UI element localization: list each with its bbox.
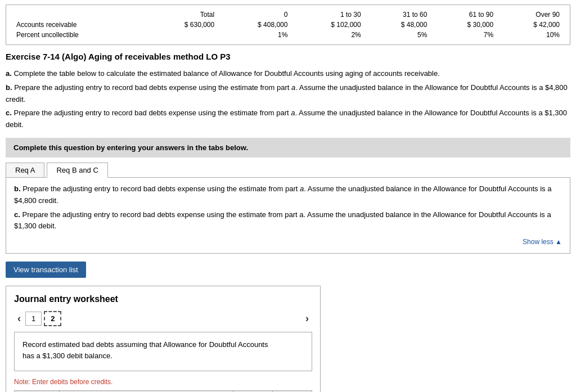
row-pct-col0: 1% bbox=[219, 30, 292, 40]
tabs-section: Req A Req B and C bbox=[6, 162, 570, 178]
instruction-c: c. Prepare the adjusting entry to record… bbox=[6, 107, 570, 131]
row-pct-total bbox=[146, 30, 219, 40]
text-b: Prepare the adjusting entry to record ba… bbox=[6, 83, 568, 103]
complete-question-box: Complete this question by entering your … bbox=[6, 138, 570, 157]
row-ar-over90: $ 42,000 bbox=[498, 20, 564, 30]
label-b: b. bbox=[6, 83, 12, 92]
view-transaction-button[interactable]: View transaction list bbox=[6, 262, 86, 278]
top-table-section: Total 0 1 to 30 31 to 60 61 to 90 Over 9… bbox=[6, 4, 570, 45]
journal-title: Journal entry worksheet bbox=[14, 294, 312, 304]
tab-req-bc[interactable]: Req B and C bbox=[47, 163, 107, 178]
table-row: Accounts receivable $ 630,000 $ 408,000 … bbox=[12, 20, 564, 30]
instructions: a. Complete the table below to calculate… bbox=[6, 68, 570, 131]
req-b-text: b. Prepare the adjusting entry to record… bbox=[14, 183, 562, 207]
row-ar-col0: $ 408,000 bbox=[219, 20, 292, 30]
col-header-1to30: 1 to 30 bbox=[292, 10, 365, 20]
row-ar-col61to90: $ 30,000 bbox=[431, 20, 498, 30]
label-c: c. bbox=[6, 109, 12, 117]
row-pct-col31to60: 5% bbox=[366, 30, 432, 40]
col-header-61to90: 61 to 90 bbox=[431, 10, 498, 20]
journal-entry-worksheet: Journal entry worksheet ‹ 1 2 › Record e… bbox=[6, 286, 321, 392]
record-text-line1: Record estimated bad debts assuming that… bbox=[22, 340, 268, 349]
row-ar-total: $ 630,000 bbox=[146, 20, 219, 30]
row-pct-col61to90: 7% bbox=[431, 30, 498, 40]
next-page-arrow[interactable]: › bbox=[302, 312, 312, 326]
exercise-title: Exercise 7-14 (Algo) Aging of receivable… bbox=[6, 52, 570, 61]
row-label-pct: Percent uncollectible bbox=[12, 30, 146, 40]
text-a: Complete the table below to calculate th… bbox=[14, 69, 439, 78]
col-header-31to60: 31 to 60 bbox=[366, 10, 432, 20]
tabs-row: Req A Req B and C bbox=[6, 162, 570, 177]
page-2-button[interactable]: 2 bbox=[44, 311, 61, 326]
row-ar-col31to60: $ 48,000 bbox=[366, 20, 432, 30]
page-navigation: ‹ 1 2 › bbox=[14, 311, 312, 326]
req-bc-content: b. Prepare the adjusting entry to record… bbox=[6, 178, 570, 254]
col-header-0: 0 bbox=[219, 10, 292, 20]
prev-page-arrow[interactable]: ‹ bbox=[14, 312, 24, 326]
page-1-button[interactable]: 1 bbox=[25, 312, 42, 326]
col-header-over90: Over 90 bbox=[498, 10, 564, 20]
req-b-label: b. bbox=[14, 184, 21, 193]
instruction-a: a. Complete the table below to calculate… bbox=[6, 68, 570, 80]
record-description-box: Record estimated bad debts assuming that… bbox=[14, 332, 312, 371]
row-label-ar: Accounts receivable bbox=[12, 20, 146, 30]
row-pct-over90: 10% bbox=[498, 30, 564, 40]
debit-credit-note: Note: Enter debits before credits. bbox=[14, 378, 312, 386]
label-a: a. bbox=[6, 69, 12, 78]
show-less-text: Show less ▲ bbox=[523, 238, 562, 246]
instruction-b: b. Prepare the adjusting entry to record… bbox=[6, 82, 570, 106]
record-text-line2: has a $1,300 debit balance. bbox=[22, 352, 112, 360]
req-c-body: Prepare the adjusting entry to record ba… bbox=[14, 210, 551, 231]
tab-req-a[interactable]: Req A bbox=[6, 163, 44, 177]
col-header-total: Total bbox=[146, 10, 219, 20]
table-row: Percent uncollectible 1% 2% 5% 7% 10% bbox=[12, 30, 564, 40]
req-b-body: Prepare the adjusting entry to record ba… bbox=[14, 184, 551, 205]
row-pct-col1to30: 2% bbox=[292, 30, 365, 40]
complete-question-text: Complete this question by entering your … bbox=[14, 143, 248, 152]
req-c-label: c. bbox=[14, 210, 20, 219]
show-less-button[interactable]: Show less ▲ bbox=[14, 237, 562, 247]
row-ar-col1to30: $ 102,000 bbox=[292, 20, 365, 30]
accounts-table: Total 0 1 to 30 31 to 60 61 to 90 Over 9… bbox=[12, 10, 564, 40]
col-header-empty bbox=[12, 10, 146, 20]
text-c: Prepare the adjusting entry to record ba… bbox=[6, 109, 567, 129]
req-c-text: c. Prepare the adjusting entry to record… bbox=[14, 209, 562, 233]
